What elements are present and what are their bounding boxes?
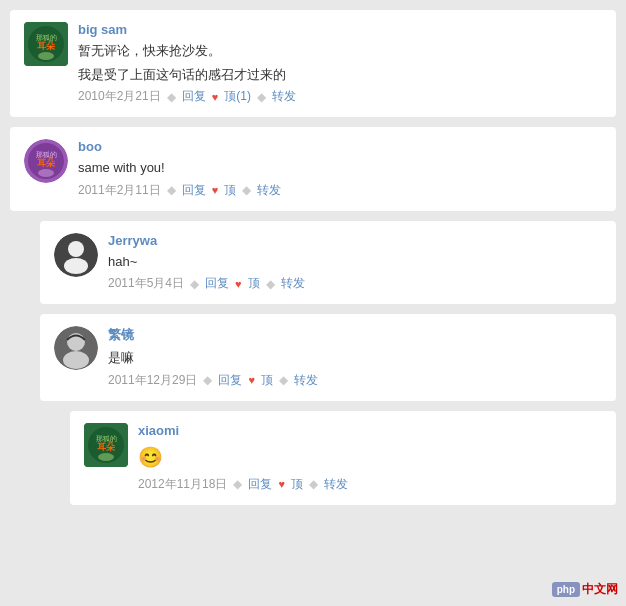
avatar-jerrywa <box>54 233 98 277</box>
comment-card-boo: 那狐的 耳朵 boo same with you! 2011年2月11日 ◆ 回… <box>10 127 616 211</box>
heart-icon-boo: ♥ <box>212 184 219 196</box>
svg-text:耳朵: 耳朵 <box>37 158 56 168</box>
comment-actions-boo: 2011年2月11日 ◆ 回复 ♥ 顶 ◆ 转发 <box>78 182 602 199</box>
svg-text:耳朵: 耳朵 <box>97 442 116 452</box>
sep2-fanjing: ◆ <box>279 373 288 387</box>
comment-body-boo: boo same with you! 2011年2月11日 ◆ 回复 ♥ 顶 ◆… <box>78 139 602 199</box>
comment-body-jerrywa: Jerrywa hah~ 2011年5月4日 ◆ 回复 ♥ 顶 ◆ 转发 <box>108 233 602 293</box>
comment-text-fanjing: 是嘛 <box>108 348 602 368</box>
php-watermark: php 中文网 <box>552 581 618 598</box>
avatar-jerrywa-svg <box>54 233 98 277</box>
sep2-xiaomi: ◆ <box>309 477 318 491</box>
reply-link-xiaomi[interactable]: 回复 <box>248 476 272 493</box>
reply-link-jerrywa[interactable]: 回复 <box>205 275 229 292</box>
comment-text2-bigsam: 我是受了上面这句话的感召才过来的 <box>78 65 602 85</box>
comment-main-jerrywa: Jerrywa hah~ 2011年5月4日 ◆ 回复 ♥ 顶 ◆ 转发 <box>54 233 602 293</box>
forward-link-bigsam[interactable]: 转发 <box>272 88 296 105</box>
php-badge: php <box>552 582 580 597</box>
top-link-xiaomi[interactable]: 顶 <box>291 476 303 493</box>
svg-point-4 <box>38 52 54 60</box>
comment-body-bigsam: big sam 暂无评论，快来抢沙发。 我是受了上面这句话的感召才过来的 201… <box>78 22 602 105</box>
sep1-boo: ◆ <box>167 183 176 197</box>
svg-text:那狐的: 那狐的 <box>96 435 117 442</box>
comment-card-fanjing: 繁镜 是嘛 2011年12月29日 ◆ 回复 ♥ 顶 ◆ 转发 <box>40 314 616 401</box>
comment-text1-bigsam: 暂无评论，快来抢沙发。 <box>78 41 602 61</box>
cn-text: 中文网 <box>582 581 618 598</box>
top-link-bigsam[interactable]: 顶(1) <box>224 88 251 105</box>
svg-point-13 <box>54 233 98 277</box>
comment-main-fanjing: 繁镜 是嘛 2011年12月29日 ◆ 回复 ♥ 顶 ◆ 转发 <box>54 326 602 389</box>
avatar-boo-svg: 那狐的 耳朵 <box>24 139 68 183</box>
heart-icon-xiaomi: ♥ <box>278 478 285 490</box>
heart-icon-bigsam: ♥ <box>212 91 219 103</box>
svg-text:那狐的: 那狐的 <box>36 151 57 158</box>
heart-icon-fanjing: ♥ <box>248 374 255 386</box>
avatar-xiaomi-svg: 那狐的 耳朵 <box>84 423 128 467</box>
forward-link-fanjing[interactable]: 转发 <box>294 372 318 389</box>
comment-actions-bigsam: 2010年2月21日 ◆ 回复 ♥ 顶(1) ◆ 转发 <box>78 88 602 105</box>
date-xiaomi: 2012年11月18日 <box>138 476 227 493</box>
avatar-fanjing-svg <box>54 326 98 370</box>
page-container: 那狐的 耳朵 big sam 暂无评论，快来抢沙发。 我是受了上面这句话的感召才… <box>0 0 626 525</box>
sep2-boo: ◆ <box>242 183 251 197</box>
date-bigsam: 2010年2月21日 <box>78 88 161 105</box>
comment-card-bigsam: 那狐的 耳朵 big sam 暂无评论，快来抢沙发。 我是受了上面这句话的感召才… <box>10 10 616 117</box>
comment-text-xiaomi: 😊 <box>138 442 602 472</box>
avatar-bigsam-svg: 那狐的 耳朵 <box>24 22 68 66</box>
comment-body-fanjing: 繁镜 是嘛 2011年12月29日 ◆ 回复 ♥ 顶 ◆ 转发 <box>108 326 602 389</box>
top-link-fanjing[interactable]: 顶 <box>261 372 273 389</box>
comment-actions-xiaomi: 2012年11月18日 ◆ 回复 ♥ 顶 ◆ 转发 <box>138 476 602 493</box>
username-xiaomi: xiaomi <box>138 423 602 438</box>
svg-point-9 <box>38 169 54 177</box>
avatar-fanjing <box>54 326 98 370</box>
comment-text-boo: same with you! <box>78 158 602 178</box>
top-link-boo[interactable]: 顶 <box>224 182 236 199</box>
comment-main-xiaomi: 那狐的 耳朵 xiaomi 😊 2012年11月18日 ◆ 回复 ♥ 顶 ◆ 转… <box>84 423 602 493</box>
heart-icon-jerrywa: ♥ <box>235 278 242 290</box>
username-boo: boo <box>78 139 602 154</box>
date-fanjing: 2011年12月29日 <box>108 372 197 389</box>
reply-link-bigsam[interactable]: 回复 <box>182 88 206 105</box>
svg-point-16 <box>63 351 89 369</box>
forward-link-jerrywa[interactable]: 转发 <box>281 275 305 292</box>
sep1-jerrywa: ◆ <box>190 277 199 291</box>
forward-link-boo[interactable]: 转发 <box>257 182 281 199</box>
sep2-jerrywa: ◆ <box>266 277 275 291</box>
date-jerrywa: 2011年5月4日 <box>108 275 184 292</box>
sep1-fanjing: ◆ <box>203 373 212 387</box>
reply-link-boo[interactable]: 回复 <box>182 182 206 199</box>
forward-link-xiaomi[interactable]: 转发 <box>324 476 348 493</box>
username-fanjing: 繁镜 <box>108 326 602 344</box>
sep1-xiaomi: ◆ <box>233 477 242 491</box>
username-bigsam: big sam <box>78 22 602 37</box>
svg-text:耳朵: 耳朵 <box>37 41 56 51</box>
comment-main-boo: 那狐的 耳朵 boo same with you! 2011年2月11日 ◆ 回… <box>24 139 602 199</box>
username-jerrywa: Jerrywa <box>108 233 602 248</box>
comment-card-xiaomi: 那狐的 耳朵 xiaomi 😊 2012年11月18日 ◆ 回复 ♥ 顶 ◆ 转… <box>70 411 616 505</box>
comment-card-jerrywa: Jerrywa hah~ 2011年5月4日 ◆ 回复 ♥ 顶 ◆ 转发 <box>40 221 616 305</box>
comment-actions-jerrywa: 2011年5月4日 ◆ 回复 ♥ 顶 ◆ 转发 <box>108 275 602 292</box>
reply-link-fanjing[interactable]: 回复 <box>218 372 242 389</box>
comment-body-xiaomi: xiaomi 😊 2012年11月18日 ◆ 回复 ♥ 顶 ◆ 转发 <box>138 423 602 493</box>
svg-text:那狐的: 那狐的 <box>36 34 57 41</box>
date-boo: 2011年2月11日 <box>78 182 161 199</box>
comment-actions-fanjing: 2011年12月29日 ◆ 回复 ♥ 顶 ◆ 转发 <box>108 372 602 389</box>
avatar-bigsam: 那狐的 耳朵 <box>24 22 68 66</box>
comment-text-jerrywa: hah~ <box>108 252 602 272</box>
svg-point-21 <box>98 453 114 461</box>
sep1: ◆ <box>167 90 176 104</box>
avatar-boo: 那狐的 耳朵 <box>24 139 68 183</box>
avatar-xiaomi: 那狐的 耳朵 <box>84 423 128 467</box>
comment-main-bigsam: 那狐的 耳朵 big sam 暂无评论，快来抢沙发。 我是受了上面这句话的感召才… <box>24 22 602 105</box>
top-link-jerrywa[interactable]: 顶 <box>248 275 260 292</box>
sep2: ◆ <box>257 90 266 104</box>
